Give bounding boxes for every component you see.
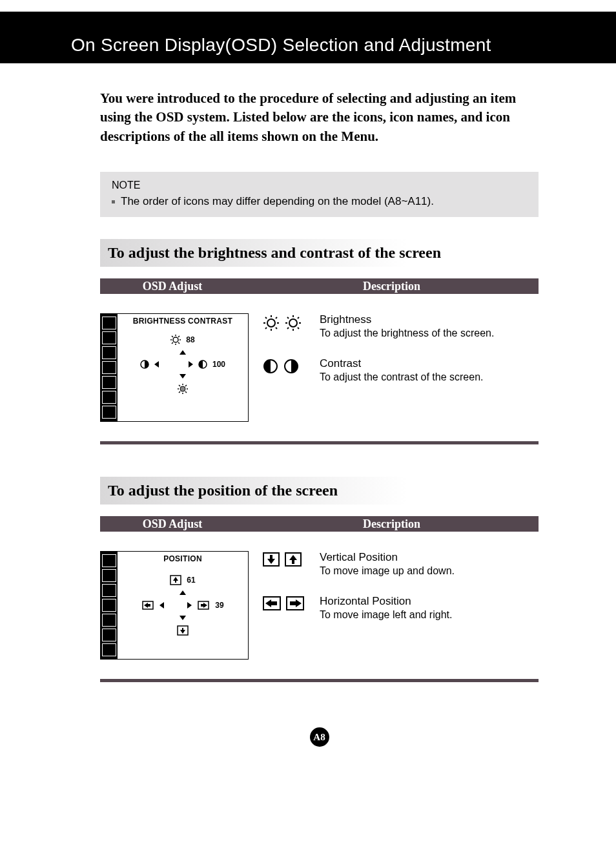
note-label: NOTE: [112, 180, 527, 191]
svg-point-0: [173, 337, 178, 342]
svg-marker-41: [173, 577, 178, 583]
osd-main-panel: POSITION 61 39: [118, 552, 248, 659]
svg-line-16: [179, 385, 180, 386]
box-right-arrow-icon: [286, 596, 304, 610]
box-left-arrow-icon: [141, 600, 154, 610]
svg-line-28: [265, 328, 267, 329]
box-down-arrow-icon: [263, 552, 280, 567]
rail-icon: [102, 629, 116, 641]
section1-heading: To adjust the brightness and contrast of…: [100, 239, 539, 267]
section-divider: [100, 679, 539, 682]
col-description: Description: [245, 517, 539, 531]
note-box: NOTE The order of icons may differ depen…: [100, 172, 539, 217]
item-name: Contrast: [320, 357, 483, 370]
osd-title: BRIGHTNESS CONTRAST: [120, 317, 245, 326]
rail-icon: [102, 554, 116, 567]
svg-marker-51: [289, 555, 297, 564]
svg-line-18: [185, 385, 187, 386]
brightness-icon-pair: [263, 313, 308, 339]
down-arrow-icon: [180, 616, 186, 620]
box-up-arrow-icon: [170, 575, 181, 585]
svg-marker-45: [201, 603, 207, 608]
section1-descriptions: Brightness To adjust the brightness of t…: [263, 313, 539, 422]
col-osd-adjust: OSD Adjust: [100, 517, 245, 531]
note-text: The order of icons may differ depending …: [112, 195, 527, 208]
item-desc: To move image up and down.: [320, 565, 455, 577]
half-circle-icon: [140, 360, 149, 369]
contrast-icon-pair: [263, 357, 308, 383]
svg-line-26: [276, 328, 277, 329]
desc-row-contrast: Contrast To adjust the contrast of the s…: [263, 357, 539, 383]
section-divider: [100, 441, 539, 444]
down-arrow-icon: [180, 374, 186, 379]
col-osd-adjust: OSD Adjust: [100, 280, 245, 293]
osd-main-panel: BRIGHTNESS CONTRAST 88 100: [118, 314, 248, 421]
osd-title: POSITION: [120, 554, 245, 563]
desc-text: Horizontal Position To move image left a…: [320, 595, 452, 621]
osd-v-row: 61: [120, 575, 245, 585]
box-left-arrow-icon: [263, 596, 281, 610]
rail-icon: [102, 614, 116, 627]
item-desc: To adjust the brightness of the screen.: [320, 328, 494, 339]
svg-line-19: [179, 391, 180, 393]
sun-outline-icon: [263, 315, 280, 331]
sun-grey-icon: [178, 384, 188, 394]
section1-column-header: OSD Adjust Description: [100, 278, 539, 294]
page-header: On Screen Display(OSD) Selection and Adj…: [0, 12, 616, 63]
svg-point-20: [267, 319, 275, 327]
section2-column-header: OSD Adjust Description: [100, 516, 539, 532]
item-name: Brightness: [320, 313, 494, 326]
item-name: Vertical Position: [320, 551, 455, 564]
desc-row-hposition: Horizontal Position To move image left a…: [263, 595, 539, 621]
page-title: On Screen Display(OSD) Selection and Adj…: [71, 35, 491, 56]
svg-point-11: [180, 386, 185, 391]
left-arrow-icon: [159, 602, 164, 609]
svg-line-25: [265, 317, 267, 318]
osd-h-row: 39: [120, 600, 245, 610]
osd-sidebar-icons: [101, 552, 118, 659]
rail-icon: [102, 643, 116, 656]
intro-paragraph: You were introduced to the procedure of …: [100, 89, 539, 146]
vposition-icon-pair: [263, 551, 308, 577]
desc-row-vposition: Vertical Position To move image up and d…: [263, 551, 539, 577]
rail-icon: [102, 584, 116, 597]
svg-marker-43: [144, 603, 150, 608]
osd-graphic-position: POSITION 61 39: [100, 551, 249, 660]
up-arrow-icon: [180, 350, 186, 355]
desc-text: Contrast To adjust the contrast of the s…: [320, 357, 483, 383]
rail-icon: [102, 406, 116, 419]
rail-icon: [102, 361, 116, 374]
right-arrow-icon: [187, 602, 192, 609]
col-description: Description: [245, 280, 539, 293]
up-arrow-icon: [180, 590, 186, 595]
svg-line-17: [185, 391, 187, 393]
page-content: You were introduced to the procedure of …: [0, 63, 616, 747]
hposition-icon-pair: [263, 595, 308, 621]
half-circle-right-icon: [283, 359, 299, 374]
rail-icon: [102, 391, 116, 404]
rail-icon: [102, 331, 116, 344]
rail-icon: [102, 346, 116, 359]
svg-point-29: [289, 319, 297, 327]
box-right-arrow-icon: [197, 600, 210, 610]
item-desc: To move image left and right.: [320, 609, 452, 621]
half-circle-left-icon: [263, 359, 278, 374]
svg-line-6: [178, 342, 180, 344]
svg-line-7: [178, 336, 180, 337]
svg-marker-53: [265, 599, 277, 607]
item-desc: To adjust the contrast of the screen.: [320, 371, 483, 383]
svg-line-5: [172, 336, 173, 337]
box-up-arrow-icon: [285, 552, 302, 567]
brightness-value: 88: [186, 335, 194, 344]
rail-icon: [102, 317, 116, 329]
contrast-value: 100: [212, 360, 225, 369]
svg-line-37: [287, 328, 289, 329]
osd-graphic-brightness: BRIGHTNESS CONTRAST 88 100: [100, 313, 249, 422]
box-down-arrow-icon: [177, 625, 189, 636]
svg-line-34: [287, 317, 289, 318]
osd-sidebar-icons: [101, 314, 118, 421]
section2-body: POSITION 61 39: [100, 532, 539, 675]
rail-icon: [102, 599, 116, 612]
left-arrow-icon: [154, 361, 159, 368]
svg-line-36: [298, 317, 299, 318]
